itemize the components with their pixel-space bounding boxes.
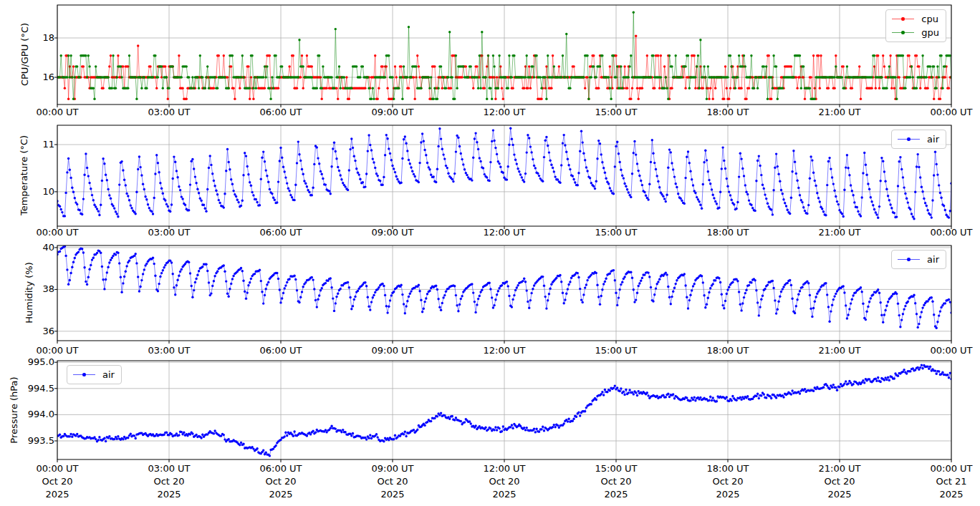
x-year-label: 2025 [939,489,963,500]
legend-line-marker-icon [891,14,915,24]
x-date-label: Oct 20 [42,476,72,487]
figure: CPU/GPU (°C) Temperature (°C) Humidity (… [0,0,980,506]
x-year-label: 2025 [492,489,516,500]
x-tick-label: 09:00 UT [371,227,413,238]
legend-temperature: air [891,130,946,149]
x-tick-label: 18:00 UT [706,107,749,117]
x-year-label: 2025 [827,489,851,500]
x-date-label: Oct 20 [600,476,631,487]
y-tick-label: 995.0 [11,356,54,367]
y-tick-label: 40 [11,242,54,253]
x-year-label: 2025 [45,489,69,500]
x-tick-label: 18:00 UT [706,463,749,474]
legend-label: air [927,134,939,145]
x-tick-label: 12:00 UT [483,227,525,238]
x-year-label: 2025 [380,489,404,500]
x-tick-label: 21:00 UT [818,107,860,117]
x-tick-label: 00:00 UT [36,463,78,474]
x-tick-label: 21:00 UT [818,227,860,238]
x-year-label: 2025 [604,489,628,500]
x-date-label: Oct 20 [489,476,519,487]
x-tick-label: 00:00 UT [930,463,972,474]
x-tick-label: 15:00 UT [595,345,637,356]
x-tick-label: 00:00 UT [930,227,972,238]
x-tick-label: 12:00 UT [483,107,525,117]
x-tick-label: 09:00 UT [371,345,413,356]
legend-label: cpu [921,14,938,24]
legend-line-marker-icon [72,370,96,380]
legend-entry-gpu: gpu [891,26,939,39]
legend-line-marker-icon [891,28,915,38]
y-tick-label: 994.0 [11,409,54,419]
x-tick-label: 21:00 UT [818,463,860,474]
x-date-label: Oct 20 [824,476,855,487]
x-tick-label: 18:00 UT [706,227,749,238]
x-tick-label: 21:00 UT [818,345,860,356]
legend-label: air [927,254,939,265]
x-date-label: Oct 20 [377,476,408,487]
x-date-label: Oct 20 [153,476,184,487]
x-tick-label: 15:00 UT [595,463,637,474]
y-tick-label: 16 [11,72,54,82]
y-tick-label: 38 [11,283,54,294]
x-tick-label: 03:00 UT [148,107,190,117]
y-tick-label: 18 [11,32,54,43]
x-tick-label: 00:00 UT [36,227,78,238]
legend-entry-air: air [72,368,115,381]
legend-entry-cpu: cpu [891,12,939,26]
legend-line-marker-icon [897,255,921,265]
legend-cpu-gpu: cpugpu [885,9,946,42]
y-tick-label: 993.5 [11,435,54,446]
x-year-label: 2025 [269,489,292,500]
legend-line-marker-icon [897,135,921,145]
y-tick-label: 36 [11,326,54,336]
x-date-label: Oct 20 [712,476,743,487]
x-tick-label: 09:00 UT [371,107,413,117]
plots-canvas [0,0,980,506]
x-tick-label: 12:00 UT [483,463,525,474]
x-tick-label: 06:00 UT [259,345,302,356]
x-tick-label: 00:00 UT [36,345,78,356]
x-tick-label: 06:00 UT [259,227,302,238]
y-tick-label: 11 [11,139,54,150]
x-tick-label: 15:00 UT [595,107,637,117]
x-date-label: Oct 21 [936,476,966,487]
x-tick-label: 03:00 UT [148,345,190,356]
x-tick-label: 00:00 UT [930,345,972,356]
x-year-label: 2025 [716,489,739,500]
legend-label: air [102,369,115,380]
legend-label: gpu [921,27,939,38]
x-tick-label: 15:00 UT [595,227,637,238]
x-year-label: 2025 [157,489,181,500]
x-tick-label: 03:00 UT [148,463,190,474]
x-tick-label: 00:00 UT [930,107,972,117]
x-tick-label: 03:00 UT [148,227,190,238]
x-tick-label: 00:00 UT [36,107,78,117]
x-date-label: Oct 20 [265,476,296,487]
legend-humidity: air [891,250,946,269]
x-tick-label: 06:00 UT [259,463,302,474]
y-tick-label: 10 [11,186,54,197]
x-tick-label: 09:00 UT [371,463,413,474]
x-tick-label: 06:00 UT [259,107,302,117]
legend-pressure: air [67,365,122,384]
x-tick-label: 12:00 UT [483,345,525,356]
legend-entry-air: air [897,253,939,266]
x-tick-label: 18:00 UT [706,345,749,356]
legend-entry-air: air [897,132,939,146]
y-tick-label: 994.5 [11,383,54,394]
